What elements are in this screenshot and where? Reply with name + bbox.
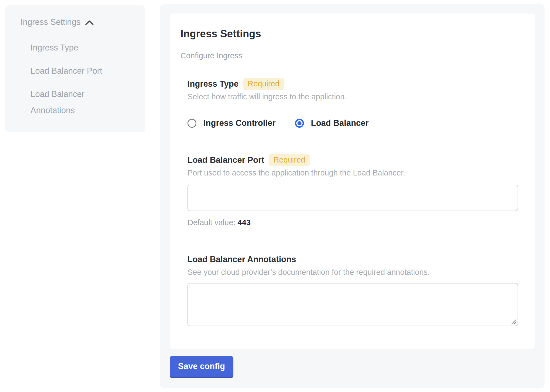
section-description: See your cloud provider’s documentation … — [187, 267, 524, 277]
settings-nav-sidebar: Ingress Settings Ingress Type Load Balan… — [5, 5, 145, 132]
default-value-line: Default value: 443 — [187, 218, 524, 227]
ingress-type-radio-group: Ingress Controller Load Balancer — [187, 118, 524, 128]
load-balancer-annotations-textarea[interactable] — [187, 283, 518, 326]
annotations-textarea-wrap — [187, 283, 518, 326]
default-value-label: Default value: — [187, 218, 235, 227]
sidebar-group-ingress-settings[interactable]: Ingress Settings — [21, 17, 135, 28]
ingress-settings-card: Ingress Settings Configure Ingress Ingre… — [170, 13, 535, 349]
section-header: Load Balancer Annotations — [187, 253, 524, 266]
section-header: Ingress Type Required — [187, 78, 524, 90]
load-balancer-port-input[interactable] — [187, 185, 518, 211]
radio-unchecked-icon[interactable] — [187, 119, 196, 128]
page-subtitle: Configure Ingress — [180, 51, 524, 60]
required-badge: Required — [269, 154, 310, 166]
default-value: 443 — [237, 218, 250, 227]
radio-checked-icon[interactable] — [295, 119, 304, 128]
radio-option-load-balancer[interactable]: Load Balancer — [295, 118, 369, 128]
sidebar-item-ingress-type[interactable]: Ingress Type — [31, 40, 120, 56]
section-ingress-type: Ingress Type Required Select how traffic… — [187, 78, 524, 128]
radio-label: Load Balancer — [311, 118, 369, 128]
section-title: Load Balancer Port — [187, 154, 264, 166]
sidebar-item-load-balancer-port[interactable]: Load Balancer Port — [31, 63, 120, 79]
sidebar-item-list: Ingress Type Load Balancer Port Load Bal… — [31, 40, 135, 119]
section-description: Port used to access the application thro… — [187, 168, 524, 178]
section-title: Load Balancer Annotations — [187, 253, 296, 266]
radio-label: Ingress Controller — [203, 118, 276, 128]
chevron-up-icon — [85, 19, 94, 26]
main-content-panel: Ingress Settings Configure Ingress Ingre… — [160, 4, 545, 388]
section-load-balancer-port: Load Balancer Port Required Port used to… — [187, 154, 524, 227]
sidebar-group-label: Ingress Settings — [21, 17, 81, 28]
section-load-balancer-annotations: Load Balancer Annotations See your cloud… — [187, 253, 524, 326]
radio-option-ingress-controller[interactable]: Ingress Controller — [187, 118, 276, 128]
save-config-button[interactable]: Save config — [170, 356, 233, 378]
sidebar-item-load-balancer-annotations[interactable]: Load Balancer Annotations — [31, 86, 120, 119]
section-title: Ingress Type — [187, 78, 239, 90]
section-header: Load Balancer Port Required — [187, 154, 524, 166]
page-title: Ingress Settings — [180, 28, 524, 40]
resize-handle-icon[interactable] — [511, 319, 517, 325]
required-badge: Required — [243, 78, 284, 90]
section-description: Select how traffic will ingress to the a… — [187, 92, 524, 102]
